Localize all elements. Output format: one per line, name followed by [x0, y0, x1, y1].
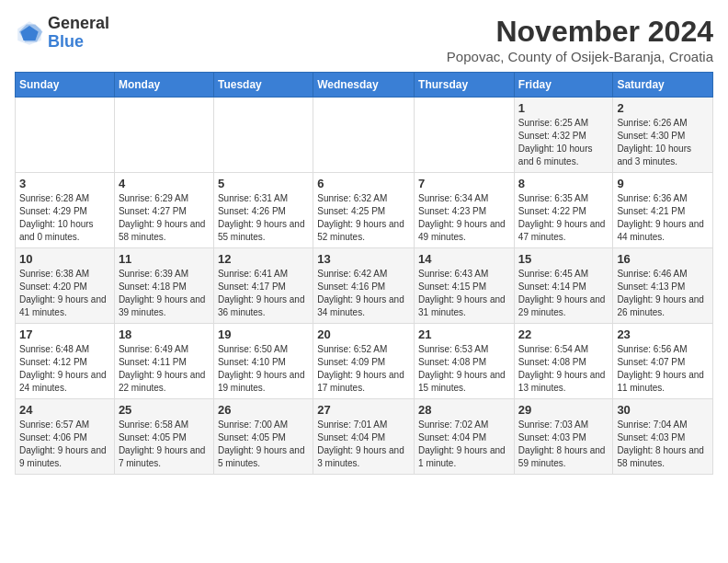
day-number: 3	[19, 177, 110, 190]
day-number: 22	[518, 327, 609, 341]
day-info: Sunrise: 7:01 AM Sunset: 4:04 PM Dayligh…	[317, 419, 410, 470]
day-number: 29	[518, 403, 609, 417]
day-info: Sunrise: 6:28 AM Sunset: 4:29 PM Dayligh…	[19, 192, 110, 244]
day-info: Sunrise: 6:29 AM Sunset: 4:27 PM Dayligh…	[119, 192, 210, 244]
day-number: 9	[617, 177, 709, 190]
day-number: 6	[317, 177, 410, 190]
day-number: 18	[119, 327, 210, 341]
calendar-cell: 11Sunrise: 6:39 AM Sunset: 4:18 PM Dayli…	[114, 248, 213, 324]
day-info: Sunrise: 6:38 AM Sunset: 4:20 PM Dayligh…	[19, 268, 110, 319]
calendar-cell: 22Sunrise: 6:54 AM Sunset: 4:08 PM Dayli…	[514, 324, 613, 399]
column-header-friday: Friday	[514, 73, 613, 98]
calendar-cell: 21Sunrise: 6:53 AM Sunset: 4:08 PM Dayli…	[415, 324, 515, 399]
calendar-week-2: 3Sunrise: 6:28 AM Sunset: 4:29 PM Daylig…	[16, 173, 713, 248]
day-info: Sunrise: 6:42 AM Sunset: 4:16 PM Dayligh…	[317, 268, 410, 319]
calendar-cell: 12Sunrise: 6:41 AM Sunset: 4:17 PM Dayli…	[213, 248, 313, 324]
day-number: 14	[418, 252, 510, 266]
calendar-cell: 17Sunrise: 6:48 AM Sunset: 4:12 PM Dayli…	[16, 324, 115, 399]
calendar-cell	[313, 98, 415, 173]
day-number: 16	[617, 252, 709, 266]
column-header-tuesday: Tuesday	[213, 73, 313, 98]
day-number: 23	[617, 327, 709, 341]
calendar-week-5: 24Sunrise: 6:57 AM Sunset: 4:06 PM Dayli…	[16, 399, 713, 475]
logo-icon	[15, 18, 44, 48]
day-number: 28	[418, 403, 510, 417]
calendar-cell: 20Sunrise: 6:52 AM Sunset: 4:09 PM Dayli…	[313, 324, 415, 399]
day-info: Sunrise: 6:31 AM Sunset: 4:26 PM Dayligh…	[218, 192, 309, 244]
day-info: Sunrise: 6:25 AM Sunset: 4:32 PM Dayligh…	[518, 117, 609, 168]
day-info: Sunrise: 7:04 AM Sunset: 4:03 PM Dayligh…	[617, 419, 709, 470]
day-number: 7	[418, 177, 510, 190]
day-info: Sunrise: 6:50 AM Sunset: 4:10 PM Dayligh…	[218, 343, 309, 395]
day-number: 15	[518, 252, 609, 266]
calendar-cell: 4Sunrise: 6:29 AM Sunset: 4:27 PM Daylig…	[114, 173, 213, 248]
day-number: 5	[218, 177, 309, 190]
day-info: Sunrise: 6:43 AM Sunset: 4:15 PM Dayligh…	[418, 268, 510, 319]
logo: General Blue	[15, 15, 109, 52]
calendar-cell: 29Sunrise: 7:03 AM Sunset: 4:03 PM Dayli…	[514, 399, 613, 475]
day-number: 20	[317, 327, 410, 341]
calendar-cell: 1Sunrise: 6:25 AM Sunset: 4:32 PM Daylig…	[514, 98, 613, 173]
day-number: 26	[218, 403, 309, 417]
day-info: Sunrise: 6:52 AM Sunset: 4:09 PM Dayligh…	[317, 343, 410, 395]
day-info: Sunrise: 7:02 AM Sunset: 4:04 PM Dayligh…	[418, 419, 510, 470]
day-info: Sunrise: 6:49 AM Sunset: 4:11 PM Dayligh…	[119, 343, 210, 395]
day-number: 27	[317, 403, 410, 417]
day-number: 11	[119, 252, 210, 266]
calendar-cell	[213, 98, 313, 173]
column-header-thursday: Thursday	[415, 73, 515, 98]
day-info: Sunrise: 6:34 AM Sunset: 4:23 PM Dayligh…	[418, 192, 510, 244]
location-subtitle: Popovac, County of Osijek-Baranja, Croat…	[447, 49, 713, 64]
day-number: 4	[119, 177, 210, 190]
column-header-saturday: Saturday	[613, 73, 713, 98]
day-info: Sunrise: 6:53 AM Sunset: 4:08 PM Dayligh…	[418, 343, 510, 395]
day-info: Sunrise: 6:41 AM Sunset: 4:17 PM Dayligh…	[218, 268, 309, 319]
calendar-cell: 25Sunrise: 6:58 AM Sunset: 4:05 PM Dayli…	[114, 399, 213, 475]
calendar-cell: 8Sunrise: 6:35 AM Sunset: 4:22 PM Daylig…	[514, 173, 613, 248]
calendar-cell: 30Sunrise: 7:04 AM Sunset: 4:03 PM Dayli…	[613, 399, 713, 475]
day-info: Sunrise: 6:35 AM Sunset: 4:22 PM Dayligh…	[518, 192, 609, 244]
calendar-cell: 3Sunrise: 6:28 AM Sunset: 4:29 PM Daylig…	[16, 173, 115, 248]
day-number: 10	[19, 252, 110, 266]
logo-general-text: General	[48, 15, 109, 33]
calendar-cell: 14Sunrise: 6:43 AM Sunset: 4:15 PM Dayli…	[415, 248, 515, 324]
day-info: Sunrise: 6:56 AM Sunset: 4:07 PM Dayligh…	[617, 343, 709, 395]
calendar-cell: 10Sunrise: 6:38 AM Sunset: 4:20 PM Dayli…	[16, 248, 115, 324]
day-number: 24	[19, 403, 110, 417]
day-info: Sunrise: 7:03 AM Sunset: 4:03 PM Dayligh…	[518, 419, 609, 470]
calendar-cell: 19Sunrise: 6:50 AM Sunset: 4:10 PM Dayli…	[213, 324, 313, 399]
day-info: Sunrise: 6:54 AM Sunset: 4:08 PM Dayligh…	[518, 343, 609, 395]
day-info: Sunrise: 6:36 AM Sunset: 4:21 PM Dayligh…	[617, 192, 709, 244]
calendar-cell	[415, 98, 515, 173]
calendar-cell: 28Sunrise: 7:02 AM Sunset: 4:04 PM Dayli…	[415, 399, 515, 475]
day-number: 30	[617, 403, 709, 417]
day-number: 2	[617, 101, 709, 115]
calendar-cell: 15Sunrise: 6:45 AM Sunset: 4:14 PM Dayli…	[514, 248, 613, 324]
day-number: 25	[119, 403, 210, 417]
day-info: Sunrise: 6:26 AM Sunset: 4:30 PM Dayligh…	[617, 117, 709, 168]
month-title: November 2024	[447, 15, 713, 49]
day-info: Sunrise: 6:58 AM Sunset: 4:05 PM Dayligh…	[119, 419, 210, 470]
day-number: 12	[218, 252, 309, 266]
calendar-table: SundayMondayTuesdayWednesdayThursdayFrid…	[15, 72, 713, 475]
calendar-cell: 6Sunrise: 6:32 AM Sunset: 4:25 PM Daylig…	[313, 173, 415, 248]
calendar-cell: 26Sunrise: 7:00 AM Sunset: 4:05 PM Dayli…	[213, 399, 313, 475]
calendar-cell	[114, 98, 213, 173]
day-number: 8	[518, 177, 609, 190]
calendar-cell: 5Sunrise: 6:31 AM Sunset: 4:26 PM Daylig…	[213, 173, 313, 248]
day-number: 1	[518, 101, 609, 115]
day-number: 21	[418, 327, 510, 341]
day-info: Sunrise: 6:48 AM Sunset: 4:12 PM Dayligh…	[19, 343, 110, 395]
day-info: Sunrise: 6:46 AM Sunset: 4:13 PM Dayligh…	[617, 268, 709, 319]
title-block: November 2024 Popovac, County of Osijek-…	[447, 15, 713, 64]
day-number: 19	[218, 327, 309, 341]
column-header-wednesday: Wednesday	[313, 73, 415, 98]
day-info: Sunrise: 6:57 AM Sunset: 4:06 PM Dayligh…	[19, 419, 110, 470]
logo-text: General Blue	[48, 15, 109, 52]
logo-blue-text: Blue	[48, 33, 109, 52]
calendar-week-3: 10Sunrise: 6:38 AM Sunset: 4:20 PM Dayli…	[16, 248, 713, 324]
calendar-cell: 23Sunrise: 6:56 AM Sunset: 4:07 PM Dayli…	[613, 324, 713, 399]
calendar-cell: 9Sunrise: 6:36 AM Sunset: 4:21 PM Daylig…	[613, 173, 713, 248]
calendar-cell: 18Sunrise: 6:49 AM Sunset: 4:11 PM Dayli…	[114, 324, 213, 399]
calendar-week-1: 1Sunrise: 6:25 AM Sunset: 4:32 PM Daylig…	[16, 98, 713, 173]
